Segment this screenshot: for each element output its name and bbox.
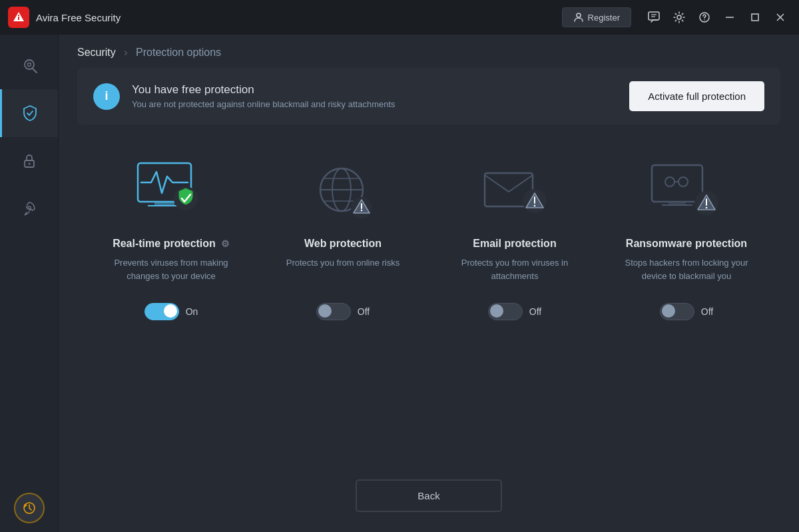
ransomware-toggle-label: Off [701,306,713,317]
minimize-icon [726,17,734,18]
web-icon-area [303,158,383,224]
breadcrumb-separator: › [124,47,127,58]
info-banner: i You have free protection You are not p… [77,68,780,125]
svg-point-41 [678,177,688,186]
chat-button[interactable] [643,7,665,28]
shield-icon [21,105,39,122]
email-toggle[interactable] [488,303,523,320]
minimize-button[interactable] [719,7,740,28]
svg-point-19 [28,206,31,209]
svg-rect-1 [18,17,19,20]
svg-point-7 [677,15,681,19]
titlebar-controls: Register [562,7,791,28]
svg-point-14 [25,60,34,69]
svg-rect-4 [649,12,659,20]
banner-title: You have free protection [132,83,617,97]
svg-point-16 [27,63,31,67]
ransomware-protection-icon [647,160,726,223]
main-layout: Security › Protection options i You have… [0,35,799,532]
svg-point-32 [361,209,362,210]
web-desc: Protects you from online risks [286,256,400,290]
maximize-button[interactable] [744,7,766,28]
maximize-icon [751,13,759,21]
realtime-toggle[interactable] [144,303,179,320]
svg-point-18 [28,163,30,165]
app-logo [8,7,29,28]
realtime-settings-icon[interactable]: ⚙ [221,238,230,249]
sidebar-item-scan[interactable] [0,41,58,89]
web-toggle-label: Off [358,306,370,317]
email-icon-area [475,158,555,224]
activate-button[interactable]: Activate full protection [629,81,764,111]
ransomware-toggle[interactable] [660,303,694,320]
app-name: Avira Free Security [36,12,562,23]
user-icon [573,12,584,23]
email-toggle-label: Off [529,306,541,317]
toggle-knob [490,304,503,318]
breadcrumb: Security › Protection options [59,35,799,68]
realtime-toggle-label: On [186,306,198,317]
sidebar-item-performance[interactable] [0,185,58,233]
info-icon: i [93,83,120,110]
realtime-card: Real-time protection ⚙ Prevents viruses … [98,158,244,466]
svg-line-15 [33,69,37,73]
web-card: Web protection Protects you from online … [270,158,416,466]
help-button[interactable] [694,7,715,28]
chat-icon [648,11,660,23]
web-toggle[interactable] [316,303,351,320]
realtime-desc: Prevents viruses from making changes to … [98,256,244,290]
lock-icon [21,152,38,170]
svg-rect-37 [652,165,702,202]
back-button[interactable]: Back [356,479,502,512]
update-button[interactable] [14,493,45,523]
close-icon [776,13,784,21]
banner-subtitle: You are not protected against online bla… [132,99,617,109]
breadcrumb-security[interactable]: Security [77,47,116,58]
help-icon [699,12,710,23]
svg-point-45 [706,206,708,208]
svg-rect-11 [752,14,758,21]
sidebar-item-security[interactable] [0,89,58,137]
settings-button[interactable] [668,7,690,28]
sidebar-item-privacy[interactable] [0,137,58,185]
web-toggle-area: Off [316,303,370,320]
toggle-knob [318,304,332,318]
email-toggle-area: Off [488,303,541,320]
email-protection-icon [478,160,551,223]
ransomware-title: Ransomware protection [626,238,747,250]
svg-point-9 [704,19,705,21]
register-button[interactable]: Register [562,7,631,27]
banner-text: You have free protection You are not pro… [132,83,617,109]
scan-icon [21,57,38,74]
content-area: Security › Protection options i You have… [59,35,799,532]
svg-rect-2 [18,15,19,16]
email-title: Email protection [473,238,556,250]
toggle-knob [662,304,675,318]
rocket-icon [21,200,38,218]
svg-point-40 [665,177,674,186]
sidebar-bottom [0,484,58,532]
svg-point-3 [577,13,581,17]
email-desc: Protects you from viruses in attachments [441,256,588,290]
sidebar [0,35,59,532]
web-title: Web protection [304,238,382,250]
web-protection-icon [310,160,376,223]
ransomware-desc: Stops hackers from locking your device t… [613,256,760,290]
ransomware-icon-area [647,158,726,224]
breadcrumb-current: Protection options [136,47,221,58]
svg-point-36 [534,204,536,206]
realtime-protection-icon [131,160,211,223]
titlebar: Avira Free Security Register [0,0,799,35]
realtime-title: Real-time protection ⚙ [113,238,230,250]
toggle-knob [164,304,177,318]
ransomware-card: Ransomware protection Stops hackers from… [613,158,760,466]
cards-container: Real-time protection ⚙ Prevents viruses … [59,138,799,479]
ransomware-toggle-area: Off [660,303,713,320]
realtime-toggle-area: On [144,303,198,320]
close-button[interactable] [770,7,791,28]
settings-icon [673,11,685,23]
update-icon [22,501,37,515]
back-area: Back [59,479,799,532]
realtime-icon-area [131,158,211,224]
email-card: Email protection Protects you from virus… [441,158,588,466]
